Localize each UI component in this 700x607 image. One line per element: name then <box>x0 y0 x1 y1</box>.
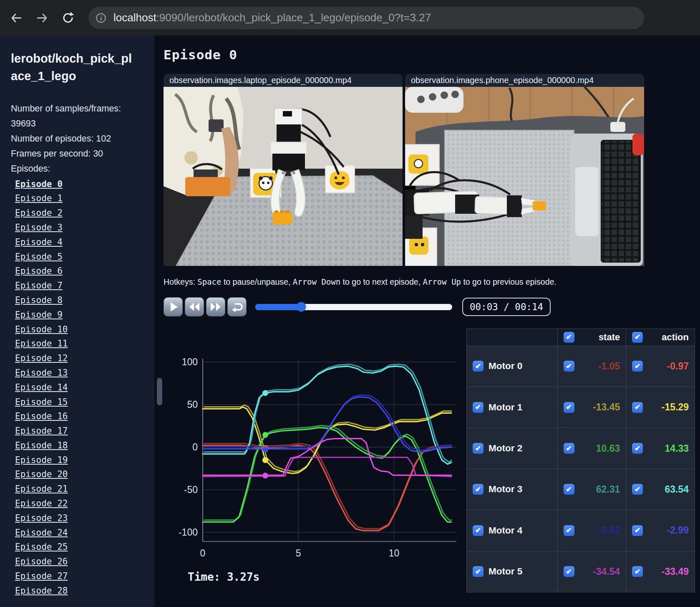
episode-list-item: Episode 14 <box>11 381 144 395</box>
episode-link[interactable]: Episode 11 <box>15 339 68 349</box>
checkbox[interactable]: ✔ <box>473 525 483 536</box>
episode-link[interactable]: Episode 19 <box>15 455 68 465</box>
checkbox[interactable]: ✔ <box>564 332 574 343</box>
checkbox[interactable]: ✔ <box>473 361 483 372</box>
hotkeys-text: to pause/unpause, <box>221 277 292 286</box>
checkbox[interactable]: ✔ <box>632 525 643 536</box>
episode-link[interactable]: Episode 21 <box>15 484 68 494</box>
episode-link[interactable]: Episode 6 <box>15 266 63 276</box>
episode-link[interactable]: Episode 7 <box>15 281 63 291</box>
episode-link[interactable]: Episode 3 <box>15 223 63 233</box>
checkbox[interactable]: ✔ <box>632 332 643 343</box>
episode-list-item: Episode 7 <box>11 279 144 293</box>
episode-list-item: Episode 18 <box>11 439 144 453</box>
episode-link[interactable]: Episode 4 <box>15 237 63 247</box>
checkbox[interactable]: ✔ <box>473 566 483 577</box>
table-row: ✔Motor 3✔62.31✔63.54 <box>467 469 695 510</box>
url-bar[interactable]: localhost:9090/lerobot/koch_pick_place_1… <box>88 7 644 29</box>
hotkeys-prefix: Hotkeys: <box>164 277 197 286</box>
checkbox[interactable]: ✔ <box>564 566 574 577</box>
episode-link[interactable]: Episode 18 <box>15 440 68 450</box>
state-value: 10.63 <box>574 443 620 454</box>
fast-forward-button[interactable] <box>206 297 225 316</box>
back-icon[interactable] <box>7 8 26 28</box>
state-value: -3.52 <box>574 525 620 536</box>
motor-label: Motor 0 <box>488 361 522 372</box>
episode-link[interactable]: Episode 0 <box>15 179 63 189</box>
rewind-icon <box>188 301 201 313</box>
episode-link[interactable]: Episode 10 <box>15 324 68 334</box>
episode-link[interactable]: Episode 8 <box>15 295 63 305</box>
episode-list-item: Episode 15 <box>11 395 144 410</box>
checkbox[interactable]: ✔ <box>564 402 574 413</box>
episode-link[interactable]: Episode 12 <box>15 353 68 363</box>
episode-link[interactable]: Episode 20 <box>15 469 68 479</box>
action-value: 14.33 <box>643 443 689 454</box>
episode-link[interactable]: Episode 13 <box>15 368 68 378</box>
episode-link[interactable]: Episode 25 <box>15 542 68 552</box>
checkbox[interactable]: ✔ <box>564 525 574 536</box>
y-tick-label: -50 <box>184 484 198 495</box>
episode-list-item: Episode 6 <box>11 264 144 279</box>
site-info-icon[interactable] <box>92 9 110 27</box>
table-row: ✔Motor 4✔-3.52✔-2.99 <box>467 510 695 551</box>
hotkeys-help: Hotkeys: Space to pause/unpause, Arrow D… <box>164 277 700 287</box>
reload-icon[interactable] <box>58 8 78 28</box>
episode-link[interactable]: Episode 22 <box>15 498 68 508</box>
checkbox[interactable]: ✔ <box>473 443 483 454</box>
checkbox[interactable]: ✔ <box>473 402 483 413</box>
rewind-button[interactable] <box>185 297 204 316</box>
checkbox[interactable]: ✔ <box>632 443 643 454</box>
checkbox[interactable]: ✔ <box>632 361 643 372</box>
episode-link[interactable]: Episode 5 <box>15 252 63 262</box>
play-button[interactable] <box>164 297 183 316</box>
episode-list-item: Episode 12 <box>11 352 144 366</box>
checkbox[interactable]: ✔ <box>564 484 574 495</box>
checkbox[interactable]: ✔ <box>473 484 483 495</box>
episode-list-item: Episode 17 <box>11 424 144 439</box>
seek-slider-thumb[interactable] <box>297 302 306 312</box>
current-time-dot <box>262 432 268 438</box>
episode-link[interactable]: Episode 17 <box>15 426 68 436</box>
loop-button[interactable] <box>227 297 247 316</box>
laptop-camera-frame[interactable] <box>164 87 403 266</box>
action-value: -2.99 <box>643 525 689 536</box>
forward-icon[interactable] <box>33 8 52 28</box>
episode-link[interactable]: Episode 28 <box>15 586 68 596</box>
episode-link[interactable]: Episode 9 <box>15 310 63 320</box>
episode-link[interactable]: Episode 1 <box>15 193 63 203</box>
checkbox[interactable]: ✔ <box>632 566 643 577</box>
action-value: 63.54 <box>643 484 689 495</box>
episode-list-item: Episode 16 <box>11 410 144 424</box>
video-phone-cam[interactable]: observation.images.phone_episode_000000.… <box>405 74 644 266</box>
episode-link[interactable]: Episode 24 <box>15 528 68 538</box>
scrollbar-thumb[interactable] <box>157 378 162 405</box>
checkbox[interactable]: ✔ <box>564 361 574 372</box>
episode-link[interactable]: Episode 16 <box>15 411 68 421</box>
checkbox[interactable]: ✔ <box>564 443 574 454</box>
episode-list: Episode 0Episode 1Episode 2Episode 3Epis… <box>11 177 144 599</box>
phone-camera-frame[interactable] <box>405 87 644 266</box>
episode-link[interactable]: Episode 27 <box>15 571 68 581</box>
video-laptop-cam[interactable]: observation.images.laptop_episode_000000… <box>164 74 403 266</box>
seek-slider[interactable] <box>255 304 452 310</box>
hotkeys-text: to go to previous episode. <box>461 277 556 286</box>
episode-link[interactable]: Episode 26 <box>15 556 68 567</box>
checkbox[interactable]: ✔ <box>632 402 643 413</box>
video-title: observation.images.phone_episode_000000.… <box>405 74 644 87</box>
motor-timeseries-chart: 100500-50-1000510Time: 3.27s <box>159 325 461 592</box>
table-row: ✔Motor 2✔10.63✔14.33 <box>467 428 695 469</box>
episode-link[interactable]: Episode 15 <box>15 397 68 407</box>
motor-label: Motor 5 <box>488 566 522 577</box>
seek-slider-fill <box>255 304 301 310</box>
y-tick-label: 100 <box>182 357 198 367</box>
episode-link[interactable]: Episode 14 <box>15 382 68 392</box>
state-value: -34.54 <box>574 566 620 577</box>
x-tick-label: 10 <box>389 548 400 559</box>
episode-list-item: Episode 8 <box>11 293 144 308</box>
episode-link[interactable]: Episode 2 <box>15 208 63 218</box>
episode-list-item: Episode 24 <box>11 526 144 541</box>
checkbox[interactable]: ✔ <box>632 484 643 495</box>
current-time-dot <box>262 447 268 453</box>
episode-link[interactable]: Episode 23 <box>15 513 68 523</box>
